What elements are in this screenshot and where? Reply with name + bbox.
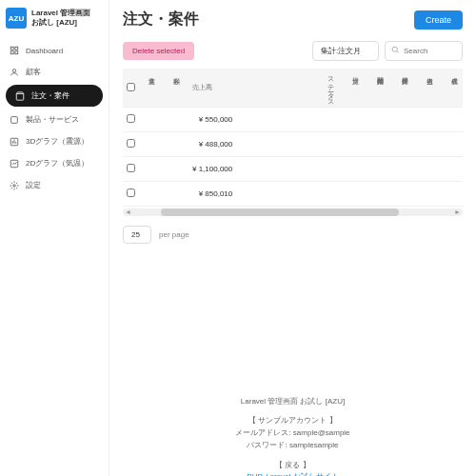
table-row[interactable]: ¥ 850,0102024/112 (123, 181, 463, 206)
table-header (123, 69, 139, 107)
filter-select[interactable]: 集計:注文月 (312, 41, 379, 61)
create-button[interactable]: Create (414, 10, 463, 30)
sidebar-item-label: 設定 (26, 180, 41, 190)
sidebar-item-label: 注文・案件 (31, 90, 69, 101)
table-row[interactable]: ¥ 550,0002024/083 (123, 107, 463, 131)
amount-cell: ¥ 550,000 (188, 107, 318, 131)
row-checkbox[interactable] (127, 188, 135, 197)
footer-password: パスワード: samplesample (123, 440, 463, 452)
svg-point-12 (13, 184, 16, 187)
row-checkbox[interactable] (127, 164, 135, 172)
main: 注文・案件 Create Delete selected 集計:注文月 注文名顧… (109, 0, 476, 476)
logo-area: AZU Laravel 管理画面 お試し [AZU] (0, 0, 109, 36)
svg-rect-6 (11, 116, 18, 123)
sidebar-item-users[interactable]: 顧客 (0, 61, 109, 83)
svg-rect-3 (15, 51, 18, 54)
header: 注文・案件 Create (123, 10, 463, 30)
users-icon (10, 68, 19, 77)
sidebar-item-label: 顧客 (26, 67, 41, 77)
sidebar-item-label: 2Dグラフ（気温） (26, 158, 89, 169)
page-size-label: per page (159, 230, 189, 239)
table-header[interactable]: 作業終了日 (392, 69, 417, 107)
page-title: 注文・案件 (123, 10, 199, 30)
footer-title: Laravel 管理画面 お試し [AZU] (123, 396, 463, 408)
footer-account-label: 【 サンプルアカウント 】 (123, 415, 463, 427)
row-checkbox[interactable] (127, 114, 135, 123)
sidebar-item-settings[interactable]: 設定 (0, 174, 109, 196)
select-all-checkbox[interactable] (127, 83, 135, 91)
table-wrap: 注文名顧客売上高ステータス注文日作業開始日作業終了日担当者作成者（集計用）注文月… (123, 69, 463, 216)
svg-rect-1 (15, 47, 18, 50)
amount-cell: ¥ 1,100,000 (188, 156, 318, 181)
table-header[interactable]: 作成者 (442, 69, 463, 107)
delete-selected-button[interactable]: Delete selected (123, 42, 194, 60)
app-name: Laravel 管理画面 お試し [AZU] (31, 9, 90, 27)
scrollbar-thumb[interactable] (161, 208, 399, 216)
svg-line-15 (397, 51, 399, 53)
table-header[interactable]: 売上高 (188, 69, 318, 107)
sidebar-item-dashboard[interactable]: Dashboard (0, 40, 109, 61)
amount-cell: ¥ 488,000 (188, 131, 318, 156)
products-icon (10, 115, 19, 125)
toolbar: Delete selected 集計:注文月 (123, 41, 463, 61)
pagination: 25 per page (123, 226, 463, 244)
footer-link-1[interactable]: PHP, Laravel お試しサイト (247, 472, 338, 476)
sidebar-item-graph3d[interactable]: 3Dグラフ（震源） (0, 130, 109, 152)
sidebar-item-label: 3Dグラフ（震源） (26, 136, 89, 147)
sidebar-item-products[interactable]: 製品・サービス (0, 109, 109, 130)
table-row[interactable]: ¥ 488,0002024/094 (123, 131, 463, 156)
footer: Laravel 管理画面 お試し [AZU] 【 サンプルアカウント 】 メール… (123, 377, 463, 477)
nav: Dashboard顧客注文・案件製品・サービス3Dグラフ（震源）2Dグラフ（気温… (0, 36, 109, 476)
orders-icon (15, 91, 25, 101)
graph2d-icon (10, 159, 19, 169)
footer-email: メールアドレス: sample@sample (123, 427, 463, 440)
svg-rect-2 (10, 51, 13, 54)
table-header[interactable]: 顧客 (164, 69, 188, 107)
table-header[interactable]: 注文日 (343, 69, 367, 107)
table-header[interactable]: ステータス (318, 69, 343, 107)
logo-icon: AZU (6, 8, 27, 29)
svg-point-4 (12, 69, 15, 71)
horizontal-scrollbar[interactable]: ◄ ► (123, 208, 463, 216)
row-checkbox[interactable] (127, 139, 135, 148)
amount-cell: ¥ 850,010 (188, 181, 318, 206)
sidebar-item-label: Dashboard (26, 47, 63, 55)
sidebar: AZU Laravel 管理画面 お試し [AZU] Dashboard顧客注文… (0, 0, 109, 476)
table-header[interactable]: 作業開始日 (367, 69, 392, 107)
sidebar-item-orders[interactable]: 注文・案件 (6, 85, 103, 107)
svg-point-14 (392, 47, 397, 51)
svg-rect-0 (10, 47, 13, 50)
search-icon (391, 46, 400, 56)
settings-icon (10, 181, 19, 190)
page-size-select[interactable]: 25 (123, 226, 151, 244)
table-header[interactable]: 担当者 (417, 69, 442, 107)
sidebar-item-label: 製品・サービス (26, 114, 79, 125)
table-header[interactable]: 注文名 (139, 69, 164, 107)
sidebar-item-graph2d[interactable]: 2Dグラフ（気温） (0, 152, 109, 174)
dashboard-icon (10, 46, 19, 55)
graph3d-icon (10, 137, 19, 147)
search-input[interactable] (404, 47, 456, 55)
search-box[interactable] (385, 41, 463, 61)
footer-back-label: 【 戻る 】 (123, 460, 463, 472)
orders-table: 注文名顧客売上高ステータス注文日作業開始日作業終了日担当者作成者（集計用）注文月… (123, 69, 463, 207)
table-row[interactable]: ¥ 1,100,0002024/106 (123, 156, 463, 181)
